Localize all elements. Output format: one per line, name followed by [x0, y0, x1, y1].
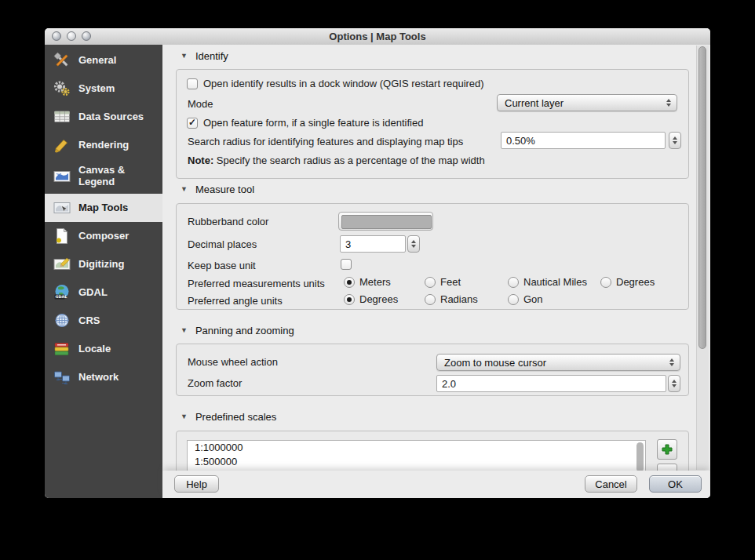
radio-icon [508, 294, 519, 305]
titlebar[interactable]: Options | Map Tools [45, 28, 710, 45]
minimize-window-icon[interactable] [67, 31, 76, 41]
dock-window-row: Open identify results in a dock window (… [187, 78, 484, 89]
section-title: Predefined scales [195, 411, 276, 423]
crs-globe-icon [53, 311, 71, 330]
svg-text:GDAL: GDAL [56, 295, 67, 299]
decimal-places-input[interactable] [340, 235, 406, 253]
collapse-triangle-icon: ▼ [181, 326, 188, 334]
add-scale-button[interactable] [657, 439, 677, 460]
radio-nautical-miles[interactable]: Nautical Miles [508, 276, 587, 288]
ok-button[interactable]: OK [649, 475, 702, 493]
dock-window-checkbox[interactable] [187, 78, 198, 89]
close-window-icon[interactable] [52, 31, 61, 41]
map-tools-icon [53, 198, 71, 217]
feature-form-row: ✓ Open feature form, if a single feature… [187, 117, 423, 129]
radio-degrees-unit[interactable]: Degrees [600, 276, 655, 288]
mode-label: Mode [188, 98, 213, 110]
search-radius-input[interactable] [501, 132, 666, 149]
search-radius-label: Search radius for identifying features a… [188, 136, 463, 147]
desktop: Options | Map Tools General Sy [0, 0, 755, 560]
radio-degrees-angle[interactable]: Degrees [344, 293, 398, 305]
radio-gon[interactable]: Gon [508, 293, 543, 305]
sidebar-item-label: Digitizing [78, 259, 125, 271]
mouse-wheel-select[interactable]: Zoom to mouse cursor [436, 354, 680, 371]
sidebar-item-general[interactable]: General [45, 46, 162, 75]
scrollbar-thumb[interactable] [698, 46, 706, 349]
sidebar-item-rendering[interactable]: Rendering [45, 131, 162, 159]
sidebar-item-label: Canvas & Legend [78, 165, 158, 188]
help-button[interactable]: Help [174, 475, 219, 493]
sidebar-item-digitizing[interactable]: Digitizing [45, 250, 162, 278]
scrollbar-track[interactable] [696, 45, 709, 470]
keep-base-unit-checkbox[interactable] [341, 259, 352, 270]
sidebar-item-composer[interactable]: Composer [45, 222, 162, 250]
chevron-up-down-icon [669, 355, 674, 370]
add-icon [662, 444, 673, 455]
zoom-factor-stepper[interactable] [668, 375, 680, 392]
sidebar-item-map-tools[interactable]: Map Tools [45, 194, 162, 222]
sidebar-item-system[interactable]: System [45, 75, 162, 103]
keep-base-unit-label: Keep base unit [188, 260, 256, 271]
rubberband-color-button[interactable] [338, 212, 433, 231]
tools-icon [53, 51, 71, 70]
identify-group: Open identify results in a dock window (… [176, 69, 689, 179]
radio-icon [425, 294, 436, 305]
mouse-wheel-value: Zoom to mouse cursor [444, 357, 546, 369]
sidebar-item-canvas-legend[interactable]: Canvas & Legend [45, 159, 162, 194]
options-dialog: Options | Map Tools General Sy [45, 28, 710, 498]
sidebar-item-label: Composer [78, 231, 129, 242]
panning-section-header[interactable]: ▼ Panning and zooming [181, 324, 294, 336]
search-radius-stepper[interactable] [669, 132, 681, 149]
window-title: Options | Map Tools [329, 31, 425, 42]
scales-section-header[interactable]: ▼ Predefined scales [181, 410, 276, 423]
canvas-legend-icon [53, 167, 71, 186]
sidebar-item-data-sources[interactable]: Data Sources [45, 103, 162, 131]
collapse-triangle-icon: ▼ [181, 185, 188, 193]
zoom-factor-label: Zoom factor [188, 377, 242, 389]
radio-meters[interactable]: Meters [344, 276, 391, 288]
rubberband-swatch [341, 215, 432, 229]
radio-icon [344, 277, 355, 288]
radio-icon [600, 277, 611, 288]
panning-group: Mouse wheel action Zoom to mouse cursor … [176, 344, 689, 396]
sidebar-item-label: General [78, 55, 116, 67]
measure-units-label: Preferred measurements units [188, 278, 325, 289]
rubberband-label: Rubberband color [188, 216, 268, 227]
sidebar-item-locale[interactable]: Locale [45, 335, 162, 363]
radio-icon [344, 294, 355, 305]
section-title: Panning and zooming [195, 325, 294, 336]
sidebar-item-label: Data Sources [78, 111, 144, 123]
dock-window-label: Open identify results in a dock window (… [203, 78, 484, 89]
collapse-triangle-icon: ▼ [181, 413, 188, 420]
digitizing-icon [53, 255, 71, 274]
zoom-window-icon[interactable] [82, 31, 91, 41]
radio-radians[interactable]: Radians [425, 293, 478, 305]
identify-section-header[interactable]: ▼ Identify [181, 49, 228, 62]
zoom-factor-input[interactable] [436, 375, 666, 392]
feature-form-label: Open feature form, if a single feature i… [203, 117, 423, 129]
radio-icon [425, 277, 436, 288]
sidebar-item-gdal[interactable]: GDAL GDAL [45, 278, 162, 307]
collapse-triangle-icon: ▼ [181, 52, 188, 60]
sidebar-item-crs[interactable]: CRS [45, 307, 162, 335]
mode-select[interactable]: Current layer [497, 94, 677, 111]
mode-select-value: Current layer [505, 97, 564, 109]
measure-section-header[interactable]: ▼ Measure tool [181, 183, 254, 195]
scale-list-item[interactable]: 1:500000 [188, 455, 645, 469]
decimal-places-stepper[interactable] [407, 235, 420, 253]
gears-icon [53, 79, 71, 98]
section-title: Measure tool [195, 184, 254, 195]
options-sidebar: General System Data Sources [45, 45, 162, 498]
sidebar-item-network[interactable]: Network [45, 363, 162, 391]
cancel-button[interactable]: Cancel [585, 475, 637, 493]
search-radius-note: Note: Specify the search radius as a per… [188, 153, 485, 167]
feature-form-checkbox[interactable]: ✓ [187, 118, 198, 129]
sidebar-item-label: CRS [78, 315, 100, 327]
list-scrollbar[interactable] [636, 442, 644, 472]
note-prefix: Note: [188, 155, 213, 166]
radio-feet[interactable]: Feet [425, 276, 461, 288]
paintbrush-icon [53, 136, 71, 155]
angle-units-label: Preferred angle units [188, 295, 283, 307]
flags-icon [53, 340, 71, 358]
scale-list-item[interactable]: 1:1000000 [188, 441, 645, 455]
